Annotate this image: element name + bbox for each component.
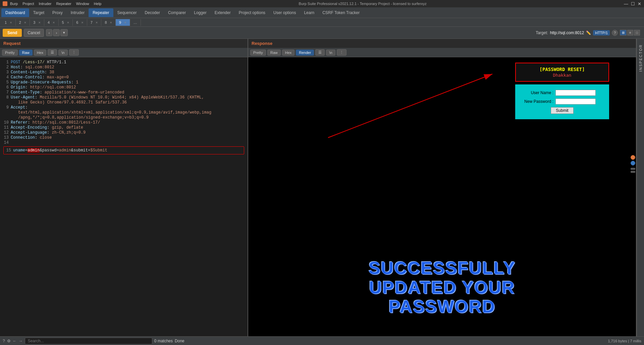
indicator-bar-1	[631, 168, 635, 170]
status-gear-icon[interactable]: ⚙	[7, 339, 11, 343]
repeater-tab-9[interactable]: 9 ×	[116, 19, 130, 26]
menu-help[interactable]: Help	[94, 2, 102, 6]
nav-decoder[interactable]: Decoder	[141, 8, 164, 17]
indicator-dot-orange	[631, 155, 635, 160]
menu-intruder[interactable]: Intruder	[39, 2, 52, 6]
pw-reset-title: [PASSWORD RESET]	[521, 67, 604, 72]
indicator-bar-2	[631, 171, 635, 173]
repeater-tab-5[interactable]: 5 ×	[59, 19, 73, 26]
repeater-tab-2[interactable]: 2 ×	[16, 19, 30, 26]
menu-repeater[interactable]: Repeater	[56, 2, 71, 6]
help-button[interactable]: ?	[612, 30, 618, 36]
response-size-info: 1,716 bytes | 7 millis	[608, 339, 641, 343]
repeater-tabs: 1 × 2 × 3 × 4 × 5 × 6 × 7 × 8 × 9 × …	[0, 18, 644, 27]
status-forward-button[interactable]: →	[19, 339, 23, 343]
repeater-tab-8[interactable]: 8 ×	[101, 19, 116, 26]
status-back-button[interactable]: ←	[13, 339, 17, 343]
nav-user-options[interactable]: User options	[269, 8, 300, 17]
req-menu-btn[interactable]: ⋮	[69, 49, 79, 56]
req-newline-btn[interactable]: \n	[58, 50, 67, 56]
repeater-tab-1[interactable]: 1 ×	[1, 19, 16, 26]
success-heading: SUCCESSFULLY UPDATED YOUR PASSWORD	[362, 259, 523, 316]
nav-csrf[interactable]: CSRF Token Tracker	[318, 8, 364, 17]
res-hex-btn[interactable]: Hex	[282, 50, 295, 56]
nav-logger[interactable]: Logger	[190, 8, 210, 17]
repeater-tab-7[interactable]: 7 ×	[87, 19, 102, 26]
res-list-btn[interactable]: ☰	[315, 49, 325, 56]
req-raw-btn[interactable]: Raw	[19, 50, 33, 56]
res-render-btn[interactable]: Render	[296, 50, 314, 56]
response-panel-header: Response	[248, 39, 636, 48]
res-menu-btn[interactable]: ⋮	[337, 49, 346, 56]
req-list-btn[interactable]: ☰	[48, 49, 57, 56]
newpassword-label: New Password :	[520, 99, 553, 104]
search-input[interactable]	[25, 338, 152, 344]
nav-learn[interactable]: Learn	[300, 8, 318, 17]
nav-comparer[interactable]: Comparer	[164, 8, 190, 17]
password-reset-container: [PASSWORD RESET] Dhakkan User Name : New…	[515, 63, 609, 119]
status-text: Done	[175, 339, 184, 343]
req-pretty-btn[interactable]: Pretty	[2, 50, 18, 56]
nav-target[interactable]: Target	[29, 8, 48, 17]
edit-target-icon[interactable]: ✏️	[586, 30, 591, 35]
title-bar: Burp Project Intruder Repeater Window He…	[0, 0, 644, 7]
repeater-tab-more[interactable]: …	[130, 19, 141, 26]
repeater-tab-4[interactable]: 4 ×	[44, 19, 59, 26]
nav-dashboard[interactable]: Dashboard	[1, 8, 29, 17]
menu-window[interactable]: Window	[76, 2, 89, 6]
response-panel-toolbar: Pretty Raw Hex Render ☰ \n ⋮	[248, 48, 636, 57]
forward-arrow-button[interactable]: ›	[53, 29, 60, 36]
pw-form: User Name : New Password : Submit	[515, 84, 609, 119]
toolbar: Send Cancel ‹ › ▾ Target: http://sql.com…	[0, 27, 644, 39]
view-full-button[interactable]: □	[634, 30, 640, 36]
matches-count: 0 matches	[154, 339, 173, 343]
request-panel: Request Pretty Raw Hex ☰ \n ⋮ 1POST /Les…	[0, 39, 248, 336]
svg-line-1	[328, 74, 492, 138]
newpassword-input[interactable]	[555, 98, 596, 105]
view-list-button[interactable]: ≡	[627, 30, 633, 36]
nav-repeater[interactable]: Repeater	[89, 8, 113, 17]
pw-submit-button[interactable]: Submit	[551, 107, 573, 114]
repeater-tab-6[interactable]: 6 ×	[73, 19, 87, 26]
nav-extender[interactable]: Extender	[211, 8, 235, 17]
nav-sequencer[interactable]: Sequencer	[113, 8, 141, 17]
menu-burp[interactable]: Burp	[10, 2, 18, 6]
nav-intruder[interactable]: Intruder	[67, 8, 89, 17]
side-indicators	[631, 155, 636, 173]
success-text-container: SUCCESSFULLY UPDATED YOUR PASSWORD	[362, 259, 523, 316]
response-render-content[interactable]: [PASSWORD RESET] Dhakkan User Name : New…	[248, 57, 636, 336]
status-bar: ? ⚙ ← → 0 matches Done 1,716 bytes | 7 m…	[0, 336, 644, 345]
minimize-button[interactable]: —	[624, 1, 628, 6]
request-content[interactable]: 1POST /Less-17/ HTTP/1.1 2Host: sql.com:…	[0, 57, 248, 336]
send-button[interactable]: Send	[3, 29, 22, 37]
username-label: User Name :	[520, 90, 553, 95]
window-controls: — ☐ ✕	[624, 1, 641, 6]
view-split-button[interactable]: ⊞	[620, 30, 627, 36]
dropdown-arrow-button[interactable]: ▾	[60, 29, 68, 36]
nav-proxy[interactable]: Proxy	[48, 8, 67, 17]
cancel-button[interactable]: Cancel	[24, 29, 44, 37]
req-hex-btn[interactable]: Hex	[34, 50, 47, 56]
status-help-icon[interactable]: ?	[3, 339, 5, 343]
target-url: http://sql.com:8012	[550, 30, 584, 35]
window-title: Burp Suite Professional v2021.12.1 - Tem…	[101, 2, 624, 6]
http-version-badge[interactable]: HTTP/1	[593, 30, 610, 36]
menu-project[interactable]: Project	[22, 2, 34, 6]
res-newline-btn[interactable]: \n	[326, 50, 335, 56]
app-icon	[3, 1, 7, 6]
response-panel: Response Pretty Raw Hex Render ☰ \n ⋮	[248, 39, 637, 336]
title-bar-menu: Burp Project Intruder Repeater Window He…	[10, 2, 101, 6]
back-arrow-button[interactable]: ‹	[46, 29, 53, 36]
indicator-dot-blue	[631, 161, 635, 165]
inspector-label[interactable]: INSPECTOR	[638, 42, 643, 74]
close-button[interactable]: ✕	[638, 1, 641, 6]
res-pretty-btn[interactable]: Pretty	[250, 50, 266, 56]
inspector-sidebar: INSPECTOR	[637, 39, 644, 336]
username-input[interactable]	[555, 90, 596, 96]
nav-project-options[interactable]: Project options	[235, 8, 269, 17]
res-raw-btn[interactable]: Raw	[267, 50, 281, 56]
maximize-button[interactable]: ☐	[631, 1, 635, 6]
repeater-tab-3[interactable]: 3 ×	[30, 19, 44, 26]
nav-arrows: ‹ › ▾	[46, 29, 68, 36]
target-info: Target: http://sql.com:8012 ✏️ HTTP/1 ? …	[536, 30, 641, 36]
